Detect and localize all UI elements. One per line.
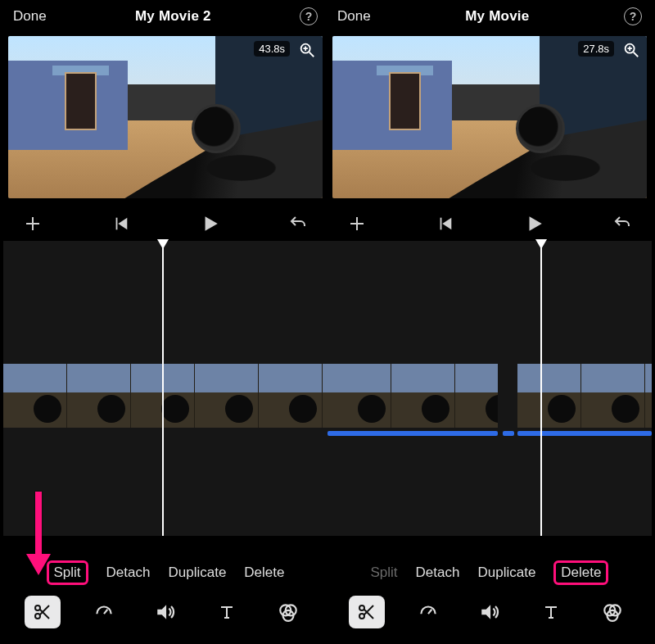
skip-start-button[interactable]	[429, 215, 462, 233]
preview-frame	[8, 36, 323, 198]
playhead[interactable]	[162, 241, 164, 536]
timestamp-chip: 27.8s	[578, 41, 614, 57]
video-preview[interactable]: 43.8s	[8, 36, 323, 198]
split-action[interactable]: Split	[47, 560, 88, 585]
screenshot-stage: Done My Movie 2 ? 43.8s	[0, 0, 655, 644]
svg-line-36	[428, 610, 431, 614]
play-button[interactable]	[517, 213, 550, 234]
transport-bar	[3, 205, 328, 241]
add-media-button[interactable]	[16, 214, 49, 234]
editor-pane-right: Done My Movie ? 27.8s	[328, 0, 652, 639]
delete-action[interactable]: Delete	[244, 565, 284, 581]
delete-action[interactable]: Delete	[553, 560, 608, 585]
scissors-icon[interactable]	[349, 596, 385, 628]
done-button[interactable]: Done	[13, 8, 47, 25]
editor-pane-left: Done My Movie 2 ? 43.8s	[3, 0, 328, 639]
split-action: Split	[371, 565, 398, 581]
filters-icon[interactable]	[270, 596, 306, 628]
svg-marker-16	[157, 605, 166, 619]
video-clip[interactable]	[517, 364, 652, 428]
play-button[interactable]	[193, 213, 226, 234]
help-button[interactable]: ?	[624, 7, 642, 25]
audio-segment[interactable]	[517, 431, 652, 436]
audio-track	[328, 431, 652, 436]
svg-line-24	[634, 52, 639, 57]
svg-marker-8	[206, 216, 218, 230]
svg-line-15	[104, 610, 107, 614]
add-media-button[interactable]	[341, 214, 373, 234]
transition-marker[interactable]	[503, 431, 514, 436]
speed-icon[interactable]	[410, 596, 446, 628]
bottom-toolbar	[3, 590, 328, 634]
project-title: My Movie	[465, 8, 529, 25]
video-track	[3, 364, 328, 428]
text-icon[interactable]	[209, 596, 245, 628]
done-button[interactable]: Done	[337, 8, 371, 25]
video-preview[interactable]: 27.8s	[332, 36, 647, 198]
bottom-toolbar	[328, 590, 652, 634]
preview-frame	[332, 36, 647, 198]
timeline[interactable]	[328, 241, 652, 536]
undo-button[interactable]	[282, 214, 314, 234]
help-button[interactable]: ?	[300, 7, 318, 25]
timestamp-chip: 43.8s	[254, 41, 290, 57]
detach-action[interactable]: Detach	[106, 565, 151, 581]
volume-icon[interactable]	[472, 596, 508, 628]
scissors-icon[interactable]	[25, 596, 61, 628]
playhead[interactable]	[540, 241, 542, 536]
audio-segment[interactable]	[328, 431, 498, 436]
svg-marker-30	[442, 218, 451, 230]
detach-action[interactable]: Detach	[416, 565, 460, 581]
svg-line-1	[309, 52, 314, 57]
video-clip-selected[interactable]	[3, 364, 328, 428]
svg-rect-6	[116, 218, 118, 230]
undo-button[interactable]	[606, 214, 639, 234]
header: Done My Movie ?	[328, 0, 652, 33]
svg-marker-31	[530, 216, 542, 230]
duplicate-action[interactable]: Duplicate	[477, 565, 535, 581]
clip-actions: Split Detach Duplicate Delete	[3, 560, 328, 585]
duplicate-action[interactable]: Duplicate	[168, 565, 226, 581]
video-track	[328, 364, 652, 428]
text-icon[interactable]	[533, 596, 569, 628]
video-clip-selected[interactable]	[328, 364, 498, 428]
zoom-icon[interactable]	[622, 41, 640, 62]
svg-marker-37	[481, 605, 490, 619]
skip-start-button[interactable]	[105, 215, 138, 233]
header: Done My Movie 2 ?	[3, 0, 328, 33]
filters-icon[interactable]	[594, 596, 630, 628]
zoom-icon[interactable]	[298, 41, 316, 62]
svg-marker-7	[118, 218, 127, 230]
project-title: My Movie 2	[135, 8, 211, 25]
clip-actions: Split Detach Duplicate Delete	[328, 560, 652, 585]
svg-rect-29	[440, 218, 442, 230]
speed-icon[interactable]	[86, 596, 122, 628]
transport-bar	[328, 205, 652, 241]
volume-icon[interactable]	[147, 596, 183, 628]
